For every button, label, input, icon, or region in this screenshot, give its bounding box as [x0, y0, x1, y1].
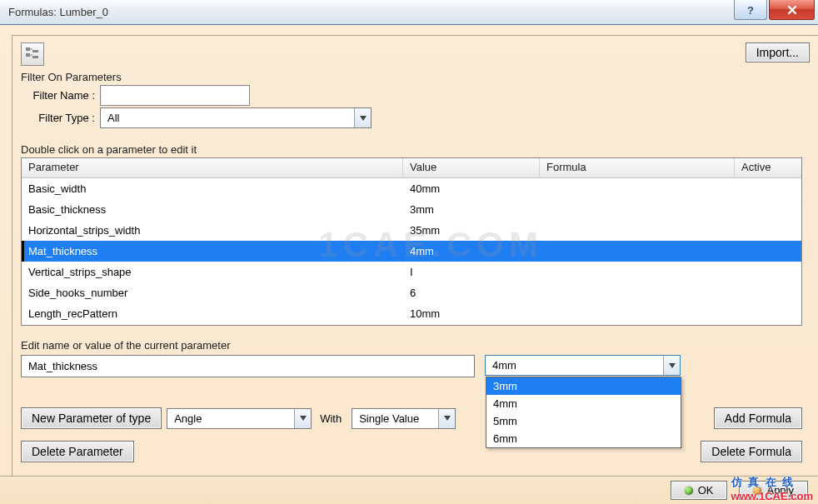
- param-value-combo[interactable]: 4mm: [485, 355, 681, 376]
- cell-param: Mat_thickness: [22, 245, 403, 257]
- table-row[interactable]: Horizontal_strips_width35mm: [22, 220, 801, 241]
- cell-value: 6: [403, 287, 540, 299]
- titlebar: Formulas: Lumber_0 ?: [0, 0, 818, 25]
- bottom-bar: OK Apply: [0, 476, 818, 504]
- window-title: Formulas: Lumber_0: [8, 6, 108, 18]
- ok-led-icon: [685, 487, 693, 495]
- filter-type-arrow[interactable]: [354, 108, 371, 127]
- apply-led-icon: [753, 487, 761, 495]
- filter-name-label: Filter Name :: [21, 89, 100, 102]
- edit-section-label: Edit name or value of the current parame…: [21, 339, 810, 352]
- param-value-text: 4mm: [486, 359, 663, 372]
- param-name-input[interactable]: [21, 355, 475, 377]
- cell-value: 35mm: [403, 224, 540, 237]
- cell-value: 3mm: [403, 203, 540, 216]
- dialog-body: Import... Filter On Parameters Filter Na…: [0, 25, 818, 504]
- svg-rect-4: [32, 56, 38, 58]
- filter-type-label: Filter Type :: [21, 112, 100, 124]
- help-icon: ?: [745, 4, 756, 16]
- cell-param: Basic_width: [22, 182, 403, 195]
- col-formula[interactable]: Formula: [540, 158, 735, 177]
- col-active[interactable]: Active: [735, 158, 785, 177]
- param-type-combo[interactable]: Angle: [167, 408, 312, 429]
- cell-param: Horizontal_strips_width: [22, 224, 403, 237]
- with-value-arrow[interactable]: [438, 409, 455, 428]
- tree-icon-button[interactable]: [21, 42, 44, 66]
- add-formula-button[interactable]: Add Formula: [714, 407, 802, 429]
- tree-icon: [24, 46, 41, 62]
- param-value-dropdown[interactable]: 3mm4mm5mm6mm: [486, 377, 681, 448]
- chevron-down-icon: [669, 363, 676, 368]
- delete-parameter-button[interactable]: Delete Parameter: [21, 441, 134, 462]
- table-row[interactable]: Basic_thickness3mm: [22, 199, 801, 220]
- table-row[interactable]: Mat_thickness4mm: [22, 241, 801, 262]
- cell-value: 4mm: [403, 245, 540, 257]
- cell-param: Basic_thickness: [22, 203, 403, 216]
- col-parameter[interactable]: Parameter: [22, 158, 403, 177]
- filter-type-value: All: [101, 112, 354, 124]
- svg-rect-3: [32, 50, 38, 52]
- with-label: With: [320, 412, 342, 425]
- param-type-arrow[interactable]: [294, 409, 311, 428]
- chevron-down-icon: [300, 416, 307, 421]
- close-icon: [786, 4, 798, 16]
- param-value-arrow[interactable]: [663, 356, 680, 375]
- svg-rect-1: [26, 47, 30, 51]
- with-value-combo[interactable]: Single Value: [352, 408, 456, 429]
- cell-param: Vertical_strips_shape: [22, 266, 403, 278]
- import-button[interactable]: Import...: [746, 42, 810, 62]
- filter-type-combo[interactable]: All: [100, 107, 372, 128]
- apply-label: Apply: [766, 484, 794, 497]
- cell-value: 40mm: [403, 182, 540, 195]
- dropdown-option[interactable]: 5mm: [486, 412, 681, 430]
- svg-text:?: ?: [747, 4, 754, 16]
- delete-formula-button[interactable]: Delete Formula: [701, 441, 802, 462]
- cell-param: Side_hooks_number: [22, 287, 403, 299]
- svg-rect-2: [26, 53, 30, 57]
- close-button[interactable]: [769, 0, 815, 20]
- help-button[interactable]: ?: [734, 0, 767, 20]
- cell-value: I: [403, 266, 540, 278]
- with-value-text: Single Value: [352, 412, 438, 425]
- table-row[interactable]: Vertical_strips_shapeI: [22, 262, 801, 282]
- filter-section-label: Filter On Parameters: [21, 71, 810, 83]
- table-row[interactable]: Basic_width40mm: [22, 178, 801, 199]
- ok-label: OK: [698, 484, 714, 497]
- filter-name-input[interactable]: [100, 85, 250, 106]
- ok-button[interactable]: OK: [671, 481, 728, 500]
- dropdown-option[interactable]: 6mm: [486, 430, 681, 447]
- parameter-table[interactable]: Parameter Value Formula Active Basic_wid…: [21, 157, 802, 326]
- table-row[interactable]: Length_recPattern10mm: [22, 303, 801, 324]
- new-parameter-button[interactable]: New Parameter of type: [21, 407, 162, 429]
- dropdown-option[interactable]: 4mm: [486, 395, 681, 412]
- window-controls: ?: [734, 0, 818, 20]
- param-type-text: Angle: [167, 412, 294, 425]
- dropdown-option[interactable]: 3mm: [486, 377, 681, 395]
- col-value[interactable]: Value: [403, 158, 540, 177]
- chevron-down-icon: [444, 416, 451, 421]
- table-row[interactable]: Side_hooks_number6: [22, 282, 801, 303]
- table-header: Parameter Value Formula Active: [22, 158, 801, 178]
- cell-param: Length_recPattern: [22, 307, 403, 320]
- inner-frame: Import... Filter On Parameters Filter Na…: [12, 35, 818, 497]
- table-hint: Double click on a parameter to edit it: [21, 143, 810, 156]
- apply-button[interactable]: Apply: [739, 481, 808, 500]
- chevron-down-icon: [360, 116, 367, 121]
- cell-value: 10mm: [403, 307, 540, 320]
